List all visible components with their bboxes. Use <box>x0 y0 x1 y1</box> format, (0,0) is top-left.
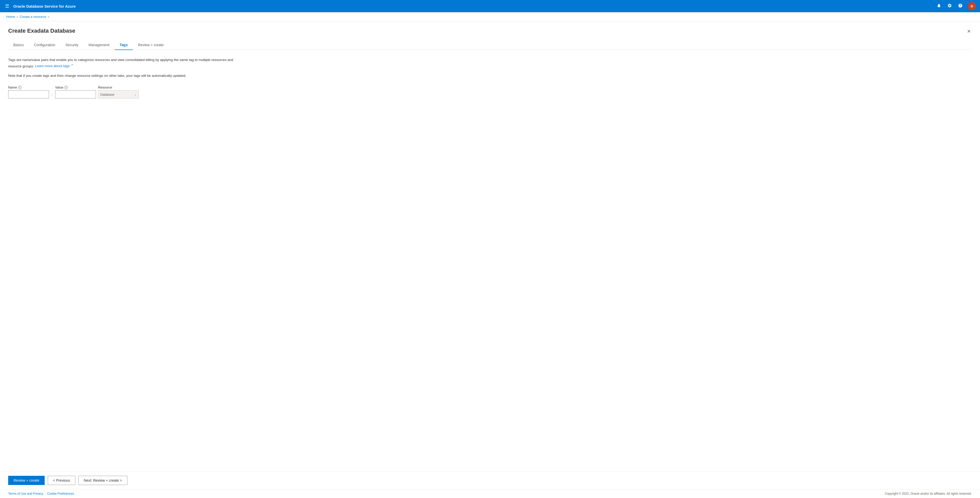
terms-link[interactable]: Terms of Use and Privacy <box>8 492 43 495</box>
description-paragraph-1: Tags are name/value pairs that enable yo… <box>8 57 238 69</box>
tab-configuration[interactable]: Configuration <box>29 40 60 50</box>
breadcrumb-sep-1: > <box>17 15 18 18</box>
page-title: Create Exadata Database <box>8 27 972 34</box>
main-container: ✕ Create Exadata Database Basics Configu… <box>0 21 980 471</box>
bottom-bar: Terms of Use and Privacy Cookie Preferen… <box>0 489 980 498</box>
breadcrumb-create-resource[interactable]: Create a resource <box>20 15 46 19</box>
footer-buttons: Review + create < Previous Next: Review … <box>0 471 980 489</box>
tab-basics[interactable]: Basics <box>8 40 29 50</box>
name-info-icon[interactable]: i <box>18 86 22 89</box>
tab-tags[interactable]: Tags <box>115 40 133 50</box>
colon-separator: : <box>51 91 53 99</box>
external-link-icon: ↗ <box>71 63 73 66</box>
content-section: Tags are name/value pairs that enable yo… <box>8 57 238 100</box>
tab-management[interactable]: Management <box>83 40 115 50</box>
name-label: Name i <box>8 86 49 89</box>
next-button[interactable]: Next: Review + create > <box>78 476 127 485</box>
note-paragraph: Note that if you create tags and then ch… <box>8 73 238 79</box>
tabs-container: Basics Configuration Security Management… <box>8 40 972 50</box>
resource-label: Resource <box>98 86 139 89</box>
cookie-preferences-link[interactable]: Cookie Preferences <box>47 492 74 495</box>
resource-dropdown[interactable]: Database ⌄ <box>98 90 139 99</box>
hamburger-menu[interactable]: ☰ <box>4 2 10 10</box>
chevron-down-icon: ⌄ <box>134 93 137 96</box>
top-nav-icons: D <box>935 2 976 10</box>
name-field-container: Name i <box>8 86 49 99</box>
top-navigation: ☰ Oracle Database Service for Azure D <box>0 0 980 12</box>
name-input[interactable] <box>8 90 49 99</box>
bottom-links: Terms of Use and Privacy Cookie Preferen… <box>8 492 74 495</box>
value-info-icon[interactable]: i <box>64 86 68 89</box>
form-header-row: Name i : Value i Resource Database ⌄ <box>8 86 238 99</box>
breadcrumb-home[interactable]: Home <box>6 15 15 19</box>
value-label: Value i <box>55 86 96 89</box>
breadcrumb: Home > Create a resource > <box>0 12 980 21</box>
settings-icon[interactable] <box>946 2 953 10</box>
copyright-text: Copyright © 2022, Oracle and/or its affi… <box>885 492 972 495</box>
review-create-button[interactable]: Review + create <box>8 476 45 485</box>
app-title: Oracle Database Service for Azure <box>13 4 932 8</box>
tab-security[interactable]: Security <box>60 40 84 50</box>
close-button[interactable]: ✕ <box>966 27 972 35</box>
help-icon[interactable] <box>957 2 964 10</box>
breadcrumb-sep-2: > <box>48 15 49 18</box>
value-field-container: Value i <box>55 86 96 99</box>
value-input[interactable] <box>55 90 96 99</box>
user-avatar[interactable]: D <box>968 2 976 10</box>
tab-review-create[interactable]: Review + create <box>133 40 169 50</box>
previous-button[interactable]: < Previous <box>48 476 76 485</box>
notifications-icon[interactable] <box>935 2 942 10</box>
learn-more-link[interactable]: Learn more about tags ↗ <box>35 64 73 68</box>
resource-field-container: Resource Database ⌄ <box>98 86 139 99</box>
